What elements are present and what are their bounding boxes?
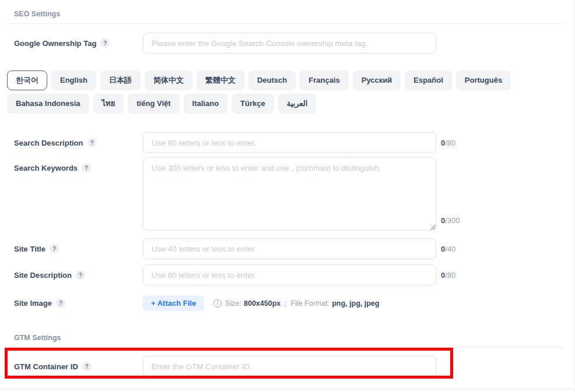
site-title-label: Site Title: [14, 245, 45, 253]
info-separator: |: [285, 299, 286, 308]
gtm-container-id-label: GTM Container ID: [14, 362, 78, 371]
help-icon[interactable]: ?: [56, 299, 65, 308]
search-keywords-textarea[interactable]: [143, 157, 436, 231]
language-tab-english[interactable]: English: [51, 70, 96, 90]
language-tab-turkish[interactable]: Türkçe: [232, 94, 274, 114]
gtm-settings-header: GTM Settings: [14, 334, 565, 342]
seo-settings-header: SEO Settings: [14, 10, 565, 18]
search-keywords-label-group: Search Keywords ?: [7, 157, 143, 172]
language-tab-portuguese[interactable]: Português: [456, 70, 511, 90]
counter-max: /80: [445, 139, 455, 147]
google-ownership-tag-input[interactable]: [143, 33, 436, 54]
google-ownership-tag-row: Google Ownership Tag ?: [7, 33, 565, 54]
settings-page: SEO Settings Google Ownership Tag ? 한국어 …: [0, 0, 565, 377]
counter-max: /80: [445, 271, 455, 280]
language-tab-vietnamese[interactable]: tiếng Việt: [128, 94, 179, 114]
language-tab-simplified-chinese[interactable]: 简体中文: [145, 70, 192, 90]
attach-file-button[interactable]: + Attach File: [143, 295, 204, 311]
language-tabs: 한국어 English 日本語 简体中文 繁體中文 Deutsch França…: [7, 70, 561, 114]
site-image-row: Site Image ? + Attach File i Size: 800x4…: [7, 295, 565, 311]
gtm-section-divider: [7, 347, 564, 348]
help-icon[interactable]: ?: [87, 138, 97, 147]
search-description-input[interactable]: [143, 132, 436, 153]
site-image-file-info: i Size: 800x450px | File Format: png, jp…: [213, 299, 379, 308]
search-description-row: Search Description ? 0/80: [7, 132, 565, 153]
file-format-label: File Format:: [291, 299, 330, 308]
site-description-label: Site Description: [14, 271, 72, 280]
google-ownership-tag-label: Google Ownership Tag: [14, 39, 96, 48]
right-edge-border: [574, 0, 574, 392]
language-tab-thai[interactable]: ไทย: [93, 94, 124, 114]
language-tab-arabic[interactable]: العربية: [278, 94, 317, 114]
site-image-label: Site Image: [14, 299, 52, 308]
search-keywords-counter: 0/300: [441, 216, 460, 225]
info-icon: i: [213, 299, 222, 308]
site-image-label-group: Site Image ?: [7, 299, 143, 308]
size-label: Size:: [225, 299, 241, 308]
site-title-counter: 0/40: [441, 245, 455, 253]
gtm-container-id-input[interactable]: [143, 356, 436, 377]
language-tab-russian[interactable]: Русский: [353, 70, 401, 90]
help-icon[interactable]: ?: [82, 163, 91, 172]
bottom-divider: [0, 389, 575, 390]
search-keywords-row: Search Keywords ? 0/300: [7, 157, 565, 231]
file-format-value: png, jpg, jpeg: [332, 299, 379, 308]
site-title-row: Site Title ? 0/40: [7, 238, 565, 259]
site-description-input[interactable]: [143, 264, 436, 285]
counter-max: /300: [445, 216, 460, 225]
help-icon[interactable]: ?: [50, 244, 59, 253]
help-icon[interactable]: ?: [76, 270, 85, 280]
language-tab-japanese[interactable]: 日本語: [100, 70, 141, 90]
gtm-container-id-row: GTM Container ID ?: [7, 356, 565, 377]
search-description-counter: 0/80: [441, 139, 455, 147]
help-icon[interactable]: ?: [82, 362, 92, 371]
language-tab-traditional-chinese[interactable]: 繁體中文: [197, 70, 244, 90]
language-tab-korean[interactable]: 한국어: [7, 70, 47, 90]
site-title-input[interactable]: [143, 238, 436, 259]
language-tab-italian[interactable]: Italiano: [184, 94, 228, 114]
site-description-label-group: Site Description ?: [7, 270, 143, 280]
language-tab-french[interactable]: Français: [300, 70, 348, 90]
site-title-label-group: Site Title ?: [7, 244, 143, 253]
counter-max: /40: [445, 245, 455, 253]
site-description-row: Site Description ? 0/80: [7, 264, 565, 285]
search-keywords-label: Search Keywords: [14, 164, 78, 172]
seo-section-divider: [7, 23, 564, 24]
language-tab-spanish[interactable]: Español: [405, 70, 452, 90]
language-tab-german[interactable]: Deutsch: [248, 70, 296, 90]
help-icon[interactable]: ?: [100, 38, 110, 48]
google-ownership-tag-label-group: Google Ownership Tag ?: [7, 38, 143, 48]
language-tab-indonesian[interactable]: Bahasa Indonesia: [7, 94, 89, 114]
gtm-container-id-label-group: GTM Container ID ?: [7, 362, 143, 371]
size-value: 800x450px: [244, 299, 281, 308]
site-description-counter: 0/80: [441, 271, 455, 280]
search-description-label: Search Description: [14, 139, 83, 147]
search-description-label-group: Search Description ?: [7, 138, 143, 147]
